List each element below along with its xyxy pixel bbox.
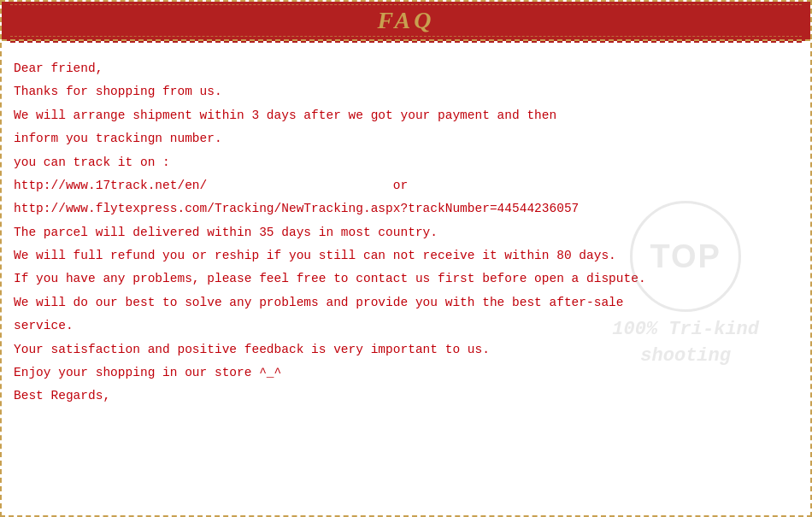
url-separator [215,179,385,192]
content-text: Dear friend, Thanks for shopping from us… [14,58,798,408]
content-area: Dear friend, Thanks for shopping from us… [2,43,810,421]
line-satisfaction: Your satisfaction and positive feedback … [14,339,798,361]
line-flytexpress: http://www.flytexpress.com/Tracking/NewT… [14,198,798,220]
faq-title: FAQ [377,7,434,33]
line-thanks: Thanks for shopping from us. [14,81,798,103]
header-bar: FAQ [2,2,810,41]
line-problems: If you have any problems, please feel fr… [14,268,798,290]
line-dear-friend: Dear friend, [14,58,798,79]
line-track-urls: http://www.17track.net/en/ or [14,175,798,197]
line-best-regards: Best Regards, [14,385,798,407]
url-17track: http://www.17track.net/en/ [14,179,207,192]
line-enjoy: Enjoy your shopping in our store ^_^ [14,362,798,384]
line-shipment: We will arrange shipment within 3 days a… [14,105,798,126]
page-container: FAQ Dear friend, Thanks for shopping fro… [0,0,812,517]
line-track-intro: you can track it on : [14,152,798,173]
line-best-after-sale: We will do our best to solve any problem… [14,292,798,314]
line-refund: We will full refund you or reship if you… [14,245,798,267]
line-service: service. [14,315,798,337]
line-inform: inform you trackingn number. [14,128,798,150]
or-text: or [393,179,408,192]
line-delivery: The parcel will delivered within 35 days… [14,222,798,244]
